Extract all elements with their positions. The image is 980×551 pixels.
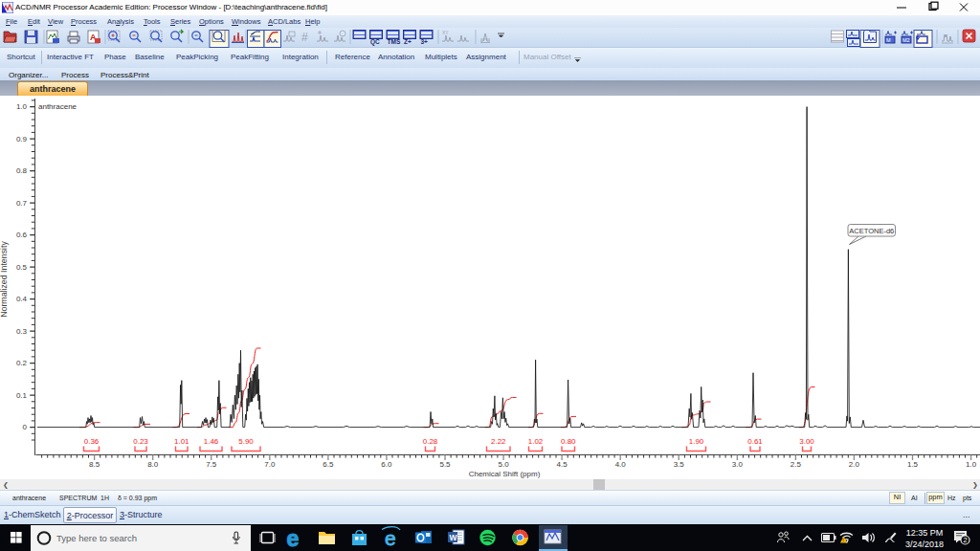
svg-text:8.5: 8.5 [89, 460, 100, 469]
svg-text:ACETONE-d6: ACETONE-d6 [849, 227, 894, 235]
svg-text:12:35 PM: 12:35 PM [906, 528, 944, 538]
svg-text:0.4: 0.4 [16, 295, 28, 303]
svg-text:4.0: 4.0 [615, 460, 627, 469]
svg-text:0.28: 0.28 [423, 437, 438, 446]
svg-text:W: W [450, 533, 458, 542]
svg-text:1.46: 1.46 [204, 437, 219, 446]
svg-text:1.02: 1.02 [528, 437, 544, 446]
svg-text:anthracene: anthracene [38, 102, 78, 111]
svg-text:8.0: 8.0 [147, 460, 159, 469]
svg-text:TMS: TMS [388, 38, 401, 45]
svg-text:1.0: 1.0 [966, 460, 977, 469]
svg-text:2: 2 [963, 536, 967, 544]
svg-text:7.0: 7.0 [264, 460, 276, 469]
svg-text:0.80: 0.80 [561, 437, 576, 446]
svg-text:Type here to search: Type here to search [56, 533, 137, 543]
svg-text:0.61: 0.61 [747, 437, 763, 446]
svg-text:0.6: 0.6 [16, 231, 28, 239]
svg-text:5.0: 5.0 [499, 460, 510, 469]
svg-text:6.0: 6.0 [381, 460, 392, 469]
svg-text:e: e [287, 526, 300, 551]
svg-text:0.9: 0.9 [16, 135, 28, 143]
svg-text:0.5: 0.5 [16, 263, 28, 272]
svg-text:3+: 3+ [421, 38, 429, 45]
svg-text:4.5: 4.5 [557, 460, 568, 469]
svg-text:1.90: 1.90 [689, 437, 704, 446]
svg-text:2.5: 2.5 [791, 460, 802, 469]
svg-text:Z+: Z+ [404, 38, 412, 45]
svg-text:XY: XY [442, 30, 449, 35]
svg-text:0.3: 0.3 [16, 327, 28, 336]
svg-text:1.0: 1.0 [16, 102, 28, 111]
svg-text:QC: QC [370, 38, 380, 46]
svg-text:M: M [886, 37, 891, 43]
svg-text:3.00: 3.00 [799, 437, 814, 446]
svg-text:0.2: 0.2 [16, 359, 28, 367]
svg-text:1.5: 1.5 [907, 460, 919, 469]
svg-text:3.5: 3.5 [674, 460, 685, 469]
svg-text:5.5: 5.5 [439, 460, 451, 469]
svg-text:M2: M2 [902, 37, 910, 43]
svg-text:0.23: 0.23 [133, 437, 148, 446]
svg-text:7.5: 7.5 [206, 460, 217, 469]
svg-text:6.5: 6.5 [323, 460, 334, 469]
svg-text:0.36: 0.36 [84, 437, 100, 446]
svg-text:0.8: 0.8 [16, 166, 28, 175]
svg-text:3/24/2018: 3/24/2018 [905, 540, 944, 549]
svg-text:2.22: 2.22 [491, 437, 506, 446]
svg-text:0.1: 0.1 [16, 391, 28, 400]
svg-text:Normalized Intensity: Normalized Intensity [0, 241, 9, 318]
svg-text:0.7: 0.7 [16, 199, 28, 208]
svg-text:3.0: 3.0 [732, 460, 744, 469]
svg-text:Chemical Shift (ppm): Chemical Shift (ppm) [469, 470, 541, 478]
svg-text:#: # [301, 31, 308, 44]
svg-text:2.0: 2.0 [849, 460, 860, 469]
svg-text:e: e [385, 527, 396, 549]
svg-text:5.90: 5.90 [238, 437, 254, 446]
svg-text:1.01: 1.01 [174, 437, 189, 446]
svg-text:0: 0 [23, 423, 28, 431]
